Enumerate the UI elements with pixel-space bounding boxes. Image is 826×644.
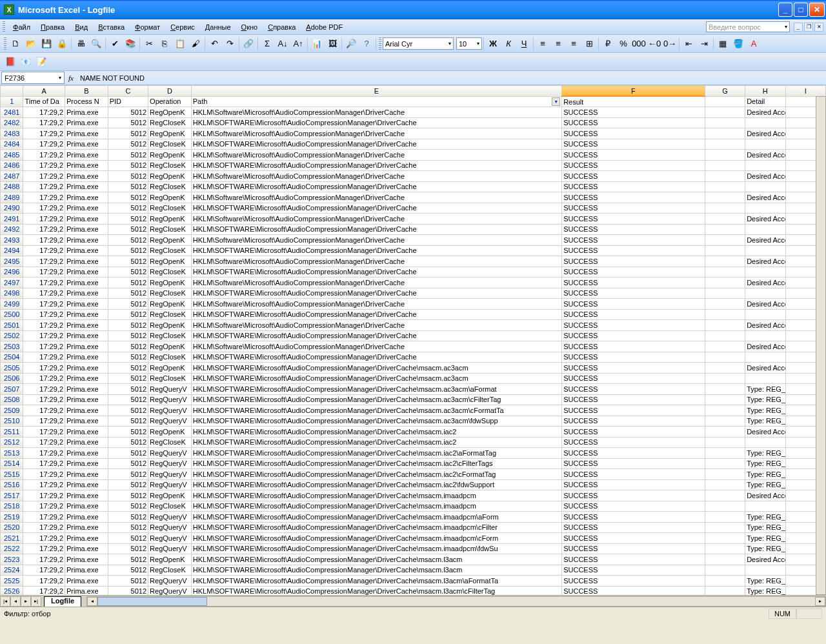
cell[interactable]: Prima.exe — [65, 512, 108, 523]
menu-окно[interactable]: Окно — [236, 22, 263, 32]
cell[interactable]: SUCCESS — [562, 490, 705, 501]
cell[interactable]: 17:29,2 — [23, 150, 65, 161]
new-file-icon[interactable]: 🗋 — [8, 37, 23, 51]
cell[interactable]: 17:29,2 — [23, 522, 65, 533]
cell[interactable]: 17:29,2 — [23, 139, 65, 150]
cell[interactable]: 5012 — [108, 479, 148, 490]
cell[interactable]: RegOpenK — [148, 341, 192, 352]
row-header[interactable]: 2517 — [1, 490, 23, 501]
cell[interactable] — [745, 373, 785, 384]
cell[interactable]: RegQueryV — [148, 469, 192, 480]
cell[interactable]: HKLM\SOFTWARE\Microsoft\AudioCompression… — [191, 501, 561, 512]
col-header-G[interactable]: G — [705, 86, 745, 97]
cell[interactable]: 5012 — [108, 448, 148, 459]
cell[interactable]: HKLM\SOFTWARE\Microsoft\AudioCompression… — [191, 160, 561, 171]
cell[interactable]: Prima.exe — [65, 203, 108, 214]
cell[interactable]: 5012 — [108, 416, 148, 427]
cell[interactable] — [705, 405, 745, 416]
cell[interactable] — [705, 533, 745, 544]
mdi-minimize-button[interactable]: _ — [794, 23, 803, 32]
cell[interactable]: SUCCESS — [562, 139, 705, 150]
cell[interactable]: Prima.exe — [65, 160, 108, 171]
decrease-indent-icon[interactable]: ⇤ — [681, 37, 696, 51]
cell[interactable]: Type: REG_DWORD, Length: 4, D — [745, 405, 785, 416]
cell[interactable]: HKLM\Software\Microsoft\AudioCompression… — [191, 192, 561, 203]
cell[interactable]: HKLM\Software\Microsoft\AudioCompression… — [191, 277, 561, 288]
col-header-D[interactable]: D — [148, 86, 192, 97]
cell[interactable]: SUCCESS — [562, 554, 705, 565]
cell[interactable]: RegCloseK — [148, 565, 192, 576]
cell[interactable] — [705, 288, 745, 299]
cell[interactable]: SUCCESS — [562, 277, 705, 288]
row-header[interactable]: 2491 — [1, 214, 23, 225]
borders-icon[interactable]: ▦ — [716, 37, 730, 51]
cell[interactable]: 5012 — [108, 543, 148, 554]
cell[interactable]: 5012 — [108, 490, 148, 501]
cell[interactable]: Prima.exe — [65, 320, 108, 331]
cell[interactable]: HKLM\SOFTWARE\Microsoft\AudioCompression… — [191, 203, 561, 214]
cell[interactable]: RegCloseK — [148, 352, 192, 363]
cell[interactable]: 17:29,2 — [23, 256, 65, 267]
cell[interactable]: Prima.exe — [65, 128, 108, 139]
cell[interactable]: 5012 — [108, 235, 148, 246]
header-cell[interactable]: Detail — [745, 96, 785, 107]
research-icon[interactable]: 📚 — [123, 37, 137, 51]
cell[interactable]: SUCCESS — [562, 288, 705, 299]
cell[interactable]: SUCCESS — [562, 192, 705, 203]
drawing-icon[interactable]: 🖼 — [325, 37, 339, 51]
cell[interactable] — [705, 139, 745, 150]
cell[interactable]: 5012 — [108, 427, 148, 438]
cell[interactable]: HKLM\SOFTWARE\Microsoft\AudioCompression… — [191, 394, 561, 405]
increase-indent-icon[interactable]: ⇥ — [697, 37, 711, 51]
cell[interactable]: HKLM\SOFTWARE\Microsoft\AudioCompression… — [191, 554, 561, 565]
window-close-button[interactable]: ✕ — [809, 3, 825, 17]
cell[interactable] — [745, 330, 785, 341]
font-color-icon[interactable]: A — [747, 37, 761, 51]
cell[interactable]: Prima.exe — [65, 501, 108, 512]
cell[interactable] — [705, 384, 745, 395]
cell[interactable]: HKLM\SOFTWARE\Microsoft\AudioCompression… — [191, 224, 561, 235]
spelling-icon[interactable]: ✔ — [108, 37, 122, 51]
bold-icon[interactable]: Ж — [486, 37, 500, 51]
cell[interactable]: Prima.exe — [65, 181, 108, 192]
cell[interactable]: RegQueryV — [148, 394, 192, 405]
cell[interactable]: Prima.exe — [65, 437, 108, 448]
cell[interactable]: SUCCESS — [562, 150, 705, 161]
menu-adobe pdf[interactable]: Adobe PDF — [301, 22, 348, 32]
cell[interactable]: 5012 — [108, 128, 148, 139]
cell[interactable]: 5012 — [108, 341, 148, 352]
cell[interactable]: Prima.exe — [65, 117, 108, 128]
cell[interactable]: HKLM\Software\Microsoft\AudioCompression… — [191, 341, 561, 352]
cell[interactable] — [705, 512, 745, 523]
cell[interactable]: Prima.exe — [65, 224, 108, 235]
cell[interactable]: RegCloseK — [148, 245, 192, 256]
cell[interactable]: RegQueryV — [148, 458, 192, 469]
cell[interactable] — [705, 437, 745, 448]
cell[interactable]: HKLM\Software\Microsoft\AudioCompression… — [191, 150, 561, 161]
cell[interactable] — [705, 320, 745, 331]
cell[interactable]: 17:29,2 — [23, 192, 65, 203]
cell[interactable]: Desired Access: Maximum Allowe — [745, 214, 785, 225]
cell[interactable]: 5012 — [108, 352, 148, 363]
cell[interactable] — [745, 203, 785, 214]
cell[interactable]: 17:29,2 — [23, 107, 65, 118]
cell[interactable]: 5012 — [108, 309, 148, 320]
cell[interactable]: RegQueryV — [148, 543, 192, 554]
cell[interactable]: Prima.exe — [65, 277, 108, 288]
cell[interactable]: SUCCESS — [562, 533, 705, 544]
cell[interactable]: HKLM\SOFTWARE\Microsoft\AudioCompression… — [191, 405, 561, 416]
cell[interactable]: Desired Access: Maximum Allowe — [745, 299, 785, 310]
cell[interactable]: HKLM\SOFTWARE\Microsoft\AudioCompression… — [191, 416, 561, 427]
cell[interactable]: SUCCESS — [562, 352, 705, 363]
row-header[interactable]: 2482 — [1, 117, 23, 128]
cell[interactable]: 17:29,2 — [23, 267, 65, 277]
row-header[interactable]: 2506 — [1, 373, 23, 384]
menu-сервис[interactable]: Сервис — [165, 22, 200, 32]
cell[interactable]: Prima.exe — [65, 394, 108, 405]
row-header[interactable]: 2493 — [1, 235, 23, 246]
cell[interactable]: Type: REG_BINARY, Length: 16, I — [745, 384, 785, 395]
cell[interactable]: HKLM\SOFTWARE\Microsoft\AudioCompression… — [191, 352, 561, 363]
cell[interactable]: Type: REG_DWORD, Length: 4, D — [745, 543, 785, 554]
chart-wizard-icon[interactable]: 📊 — [310, 37, 324, 51]
cell[interactable]: Prima.exe — [65, 533, 108, 544]
